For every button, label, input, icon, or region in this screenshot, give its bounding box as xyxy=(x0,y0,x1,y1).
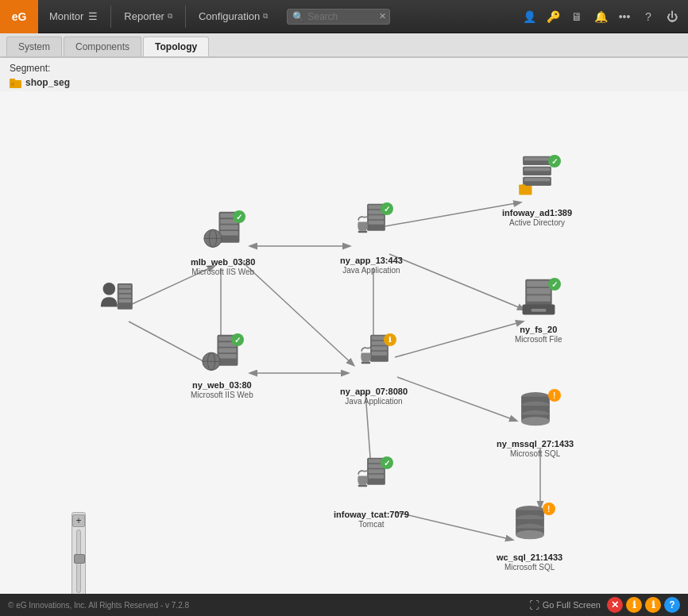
node-ny-web-03[interactable]: ✓ ny_web_03:80 Microsoft IIS Web xyxy=(191,333,253,400)
node-sublabel-nyweb: Microsoft IIS Web xyxy=(191,391,253,400)
bell-icon-btn[interactable]: 🔔 xyxy=(589,6,612,28)
configuration-nav[interactable]: Configuration ⧉ xyxy=(187,0,279,33)
zoom-slider: + − xyxy=(72,512,86,594)
svg-line-9 xyxy=(242,262,354,365)
node-label-ny07: ny_app_07:8080 xyxy=(340,386,408,397)
node-ny-fs-20[interactable]: ✓ ny_fs_20 Microsoft File xyxy=(515,278,562,345)
svg-point-71 xyxy=(521,417,550,425)
sql-db-icon-27: ! xyxy=(510,389,561,437)
node-sublabel-fs20: Microsoft File xyxy=(515,335,562,345)
node-user[interactable] xyxy=(95,278,137,319)
popup-icon-config: ⧉ xyxy=(263,12,268,21)
status-badge-fs20: ✓ xyxy=(548,278,561,291)
file-server-icon: ✓ xyxy=(516,278,561,322)
node-ny-mssql-27[interactable]: ! ny_mssql_27:1433 Microsoft SQL xyxy=(497,389,574,459)
dots-icon-btn[interactable]: ••• xyxy=(613,6,636,28)
logo-button[interactable]: eG xyxy=(0,0,38,33)
user-node-icon xyxy=(95,278,137,319)
node-infoway-tcat[interactable]: ✓ infoway_tcat:7079 Tomcat xyxy=(334,456,409,529)
svg-rect-61 xyxy=(527,288,551,294)
svg-rect-42 xyxy=(524,178,551,181)
topology-canvas: ✓ mlb_web_03:80 Microsoft IIS Web xyxy=(0,91,688,594)
svg-rect-19 xyxy=(118,290,131,293)
svg-point-22 xyxy=(103,283,116,295)
status-icon-orange2[interactable]: ℹ xyxy=(645,597,661,613)
node-wc-sql-21[interactable]: ! wc_sql_21:1433 Microsoft SQL xyxy=(497,502,562,572)
status-badge-ad1: ✓ xyxy=(548,155,561,167)
power-icon-btn[interactable]: ⏻ xyxy=(661,6,683,28)
node-sublabel-ny07: Java Application xyxy=(345,397,402,406)
footer-copyright: © eG Innovations, Inc. All Rights Reserv… xyxy=(8,601,529,610)
svg-rect-44 xyxy=(519,184,525,187)
svg-rect-34 xyxy=(369,215,385,219)
ad-server-icon: ✓ xyxy=(513,155,561,206)
user-icon-btn[interactable]: 👤 xyxy=(518,6,540,28)
zoom-in-button[interactable]: + xyxy=(72,514,85,527)
status-badge-ny07: ℹ xyxy=(384,333,396,346)
svg-rect-76 xyxy=(369,475,385,479)
svg-rect-20 xyxy=(118,295,131,298)
monitor-nav[interactable]: Monitor ☰ xyxy=(38,0,109,33)
svg-rect-48 xyxy=(219,348,237,353)
svg-line-14 xyxy=(395,512,512,540)
status-icon-blue[interactable]: ? xyxy=(664,597,680,613)
status-badge-mlb: ✓ xyxy=(233,210,245,223)
svg-rect-38 xyxy=(524,157,551,160)
segment-item[interactable]: shop_seg xyxy=(0,77,688,88)
node-label-nyweb: ny_web_03:80 xyxy=(192,379,252,391)
node-sublabel-ny13: Java Application xyxy=(342,266,400,275)
node-sublabel-ad1: Active Directory xyxy=(509,218,565,228)
top-navigation: eG Monitor ☰ Reporter ⧉ Configuration ⧉ … xyxy=(0,0,688,33)
segment-bar: Segment: xyxy=(0,58,688,75)
svg-rect-40 xyxy=(524,167,551,171)
svg-rect-60 xyxy=(527,281,551,287)
segment-folder-icon xyxy=(10,77,22,88)
node-label-sql27: ny_mssql_27:1433 xyxy=(497,438,574,449)
tab-topology[interactable]: Topology xyxy=(143,37,209,56)
svg-rect-36 xyxy=(358,231,367,233)
node-mlb-web[interactable]: ✓ mlb_web_03:80 Microsoft IIS Web xyxy=(191,210,255,277)
fullscreen-label: Go Full Screen xyxy=(543,600,601,610)
node-label-mlb: mlb_web_03:80 xyxy=(191,256,255,268)
status-icon-red[interactable]: ✕ xyxy=(607,597,623,613)
fullscreen-icon: ⛶ xyxy=(529,599,539,611)
node-sublabel-sql27: Microsoft SQL xyxy=(510,449,560,459)
segment-label: Segment: xyxy=(10,63,50,74)
popup-icon-reporter: ⧉ xyxy=(168,12,172,21)
key-icon-btn[interactable]: 🔑 xyxy=(542,6,564,28)
svg-rect-26 xyxy=(220,225,238,230)
svg-rect-35 xyxy=(369,221,385,225)
node-label-tcat: infoway_tcat:7079 xyxy=(334,509,409,520)
help-icon-btn[interactable]: ? xyxy=(637,6,659,28)
java-app-icon-ny07: ℹ xyxy=(352,333,396,384)
configuration-label: Configuration xyxy=(199,10,260,22)
java-app-icon-ny13: ✓ xyxy=(349,202,393,253)
zoom-thumb[interactable] xyxy=(74,554,85,564)
svg-rect-64 xyxy=(531,309,546,312)
node-label-fs20: ny_fs_20 xyxy=(520,324,557,335)
svg-line-7 xyxy=(389,254,524,310)
node-sublabel-mlb: Microsoft IIS Web xyxy=(191,268,254,277)
svg-rect-18 xyxy=(118,285,131,288)
fullscreen-button[interactable]: ⛶ Go Full Screen xyxy=(529,599,601,611)
svg-rect-2 xyxy=(11,83,14,86)
hamburger-icon: ☰ xyxy=(88,10,98,22)
display-icon-btn[interactable]: 🖥 xyxy=(566,6,588,28)
status-badge-sql21: ! xyxy=(543,502,555,515)
nav-right-icons: 👤 🔑 🖥 🔔 ••• ? ⏻ xyxy=(518,6,688,28)
svg-rect-1 xyxy=(10,79,15,82)
svg-rect-58 xyxy=(361,362,369,364)
search-input[interactable] xyxy=(307,11,379,22)
search-box[interactable]: 🔍 ✕ xyxy=(287,9,390,25)
tab-system[interactable]: System xyxy=(6,37,62,56)
svg-rect-77 xyxy=(358,485,367,487)
status-icon-orange1[interactable]: ℹ xyxy=(626,597,642,613)
node-ny-app-13[interactable]: ✓ ny_app_13:443 Java Application xyxy=(340,202,403,275)
sql-db-icon-21: ! xyxy=(504,502,555,550)
node-infoway-ad1[interactable]: ✓ infoway_ad1:389 Active Directory xyxy=(502,155,572,228)
tab-components[interactable]: Components xyxy=(64,37,141,56)
node-ny-app-07[interactable]: ℹ ny_app_07:8080 Java Application xyxy=(340,333,408,406)
reporter-nav[interactable]: Reporter ⧉ xyxy=(113,0,184,33)
close-search-icon[interactable]: ✕ xyxy=(379,11,386,21)
web-server-icon-mlb: ✓ xyxy=(201,210,245,255)
